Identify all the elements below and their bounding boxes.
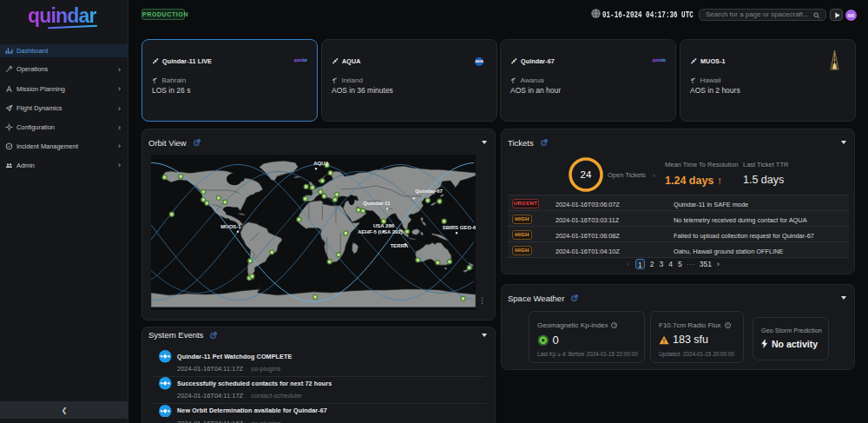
svg-text:TERRA: TERRA xyxy=(391,243,409,248)
svg-text:AEHF-5 (USA 292): AEHF-5 (USA 292) xyxy=(358,229,402,235)
svg-text:Quindar-11: Quindar-11 xyxy=(363,201,391,206)
svg-text:24: 24 xyxy=(581,169,592,180)
svg-text:AQUA: AQUA xyxy=(313,161,329,166)
svg-text:Quindar-67: Quindar-67 xyxy=(415,188,443,194)
svg-text:MUOS-1: MUOS-1 xyxy=(220,224,241,229)
svg-text:quindar: quindar xyxy=(293,58,307,63)
svg-text:quindar: quindar xyxy=(652,58,666,63)
svg-text:NASA: NASA xyxy=(476,60,484,63)
svg-text:SBIRS GEO-6: SBIRS GEO-6 xyxy=(443,225,476,230)
svg-text:USA 286: USA 286 xyxy=(373,223,395,228)
